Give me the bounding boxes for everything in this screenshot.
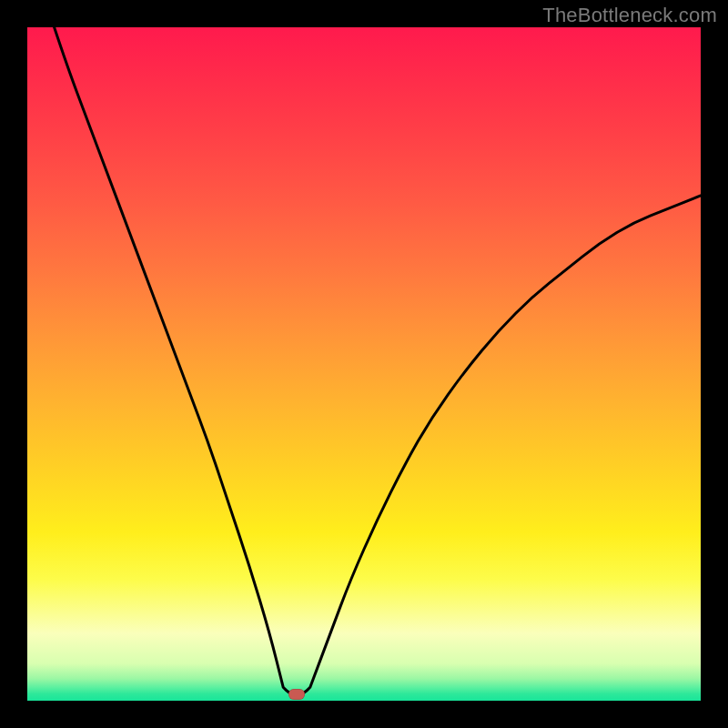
plot-area: [27, 27, 701, 701]
chart-frame: TheBottleneck.com: [0, 0, 728, 728]
bottleneck-curve: [27, 27, 701, 701]
optimum-marker: [288, 689, 305, 700]
watermark-text: TheBottleneck.com: [542, 4, 717, 27]
